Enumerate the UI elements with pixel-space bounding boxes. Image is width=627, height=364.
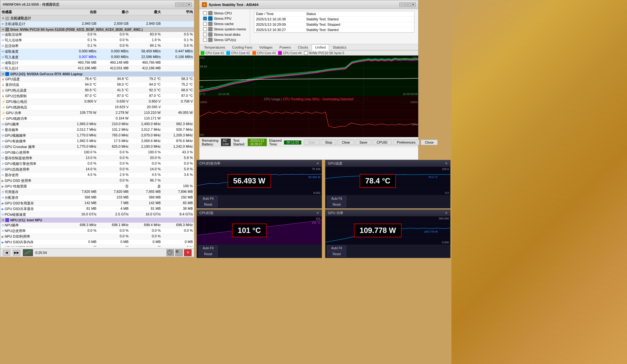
hwinfo-minimize[interactable]: ─ [175,3,180,7]
widget-gpu-temp-close[interactable]: ✕ [445,161,448,166]
row-avg: 0 MB [161,240,193,245]
legend-core2[interactable]: CPU Core #2 [226,51,250,55]
stress-cache-checkbox[interactable] [203,22,207,26]
chart-y-88: 88.88 [200,65,207,68]
legend-core1[interactable]: CPU Core #1 [201,51,224,55]
row-min: 0.0 % [97,32,129,37]
row-min: 0.0 % [97,229,129,233]
row-name: ⟳ 可用显存 [2,190,64,194]
stop-button[interactable]: Stop [321,140,336,145]
stress-sysmem-checkbox[interactable] [203,27,207,31]
row-name: ⟳ 显存控制器使用率 [2,156,64,161]
settings-icon[interactable]: ⚙ [175,249,183,256]
stress-cache-item[interactable]: Stress cache [203,22,246,26]
legend-core4[interactable]: CPU Core #4 [278,51,301,55]
cpu-temp-autofit-btn[interactable]: Auto Fit [199,245,218,251]
stress-fpu-icon [208,16,213,21]
legend-core2-check[interactable] [226,51,230,55]
table-body[interactable]: ▼ 主机读取总计 ⟳ 主机读取总计 2,940 GB 2,939 GB 2,94… [0,15,194,247]
table-row: ⟳ 总活动率 0.1 % 0.0 % 84.1 % 0.6 % [0,43,194,49]
row-name: ⟳ 分配显存 [2,195,64,200]
stress-cpu-checkbox[interactable] [203,11,207,15]
stress-disk-checkbox[interactable] [203,33,207,36]
cpu-power-current-line: 56.493 W [308,176,320,179]
chart-y-max: 101 [200,56,205,59]
legend-nvme[interactable]: NVMe PVC10 SK hynix 5 [304,51,344,55]
row-name: ⟳ 显存频率 [2,128,64,132]
section-npu[interactable]: ▼ NPU [#1]: Intel NPU [0,218,194,223]
cpu-power-reset-btn[interactable]: Reset [199,202,218,207]
stress-gpu-checkbox[interactable] [203,38,207,42]
stress-fpu-item[interactable]: Stress FPU [203,16,246,21]
wood-grain [451,0,627,364]
row-name: ⚡ GPU线路电压 [2,105,64,110]
tab-voltages[interactable]: Voltages [256,44,276,50]
row-min: 233 MB [97,195,129,200]
tab-clocks[interactable]: Clocks [294,44,312,50]
table-row: ⚡ GPU线路电压 19.829 V 20.595 V [0,105,194,110]
throttle-icon: 🌡 [2,94,5,98]
log-status-1: Stability Test: Started [306,17,412,21]
row-name: 🌡 GPU热点温度 [2,88,64,93]
cpu-power-autofit-btn[interactable]: Auto Fit [199,196,218,201]
widget-cpu-temp-close[interactable]: ✕ [316,211,319,215]
legend-core3[interactable]: CPU Core #3 [252,51,276,55]
hwinfo-maximize[interactable]: □ [181,3,186,7]
npuuse-icon: ⟳ [2,229,4,233]
cpuid-button[interactable]: CPUID [373,140,392,145]
gpu-temp-autofit-btn[interactable]: Auto Fit [327,196,346,201]
aida-maximize[interactable]: □ [405,3,410,7]
tab-powers[interactable]: Powers [276,44,294,50]
row-name: ⟳ GPU视频频率 [2,133,64,138]
table-row: ⟳ 可用显存 7,820 MB 7,820 MB 7,955 MB 7,896 … [0,189,194,195]
widget-gpu-power-close[interactable]: ✕ [445,211,448,215]
gpu-temp-reset-btn[interactable]: Reset [327,202,346,207]
aida-minimize[interactable]: ─ [399,3,404,7]
stress-disk-item[interactable]: Stress local disks [203,32,246,37]
tab-cooling-fans[interactable]: Cooling Fans [229,44,256,50]
start-button[interactable]: Start [304,140,319,145]
row-current [64,178,97,183]
section-host-read[interactable]: ▼ 主机读取总计 [0,15,194,21]
row-min: 7,820 MB [97,190,129,194]
row-avg: 929.7 MHz [161,128,193,132]
stress-fpu-checkbox[interactable] [203,17,207,20]
prev-icon[interactable]: ◀ [3,250,10,256]
stress-gpu-item[interactable]: Stress GPU(s) [203,38,246,42]
crossbar-icon: ⟳ [2,145,4,149]
cpu-temp-reset-btn[interactable]: Reset [199,251,218,257]
table-row: ⟳ GPU频率 1,965.0 MHz 210.0 MHz 2,400.0 MH… [0,122,194,127]
efffreq-icon: ⟳ [2,140,4,143]
stress-sysmem-item[interactable]: Stress system memo [203,27,246,31]
legend-nvme-check[interactable] [304,51,308,55]
save-button[interactable]: Save [356,140,371,145]
section-gpu[interactable]: ▼ GPU [#2]: NVIDIA GeForce RTX 4060 Lapt… [0,71,194,76]
stress-cpu-item[interactable]: Stress CPU [203,11,246,15]
table-row: ⟳ 主机读取总计 2,940 GB 2,939 GB 2,940 GB [0,21,194,27]
gpu-power-autofit-btn[interactable]: Auto Fit [327,245,346,251]
row-avg: 0 % [161,245,193,247]
close-button[interactable]: Close [421,140,438,145]
stress-disk-label: Stress local disks [214,33,240,36]
row-avg: 982.3 MHz [161,122,193,127]
widget-cpu-power-close[interactable]: ✕ [316,161,319,166]
legend-core4-check[interactable] [278,51,282,55]
row-name: ⟳ GPU总线使用率 [2,167,64,172]
tab-statistics[interactable]: Statistics [329,44,350,50]
hwinfo-close[interactable]: ✕ [187,3,192,7]
next-icon[interactable]: ▶▶ [13,250,20,256]
stop-icon[interactable]: ✕ [184,249,192,256]
tab-unified[interactable]: Unified [312,44,329,50]
widget-gpu-temp-title: GPU温度 [328,161,342,166]
aida-close[interactable]: ✕ [411,3,416,7]
section-nvme[interactable]: ▼ Drive: NVMe PVC10 SK hynix 512GB (FD5B… [0,27,194,32]
preferences-button[interactable]: Preferences [393,140,419,145]
tab-temperatures[interactable]: Temperatures [201,44,229,50]
legend-core1-check[interactable] [201,51,204,55]
legend-core3-check[interactable] [252,51,256,55]
gpu-power-reset-btn[interactable]: Reset [327,251,346,257]
row-name: ⟳ GPU频率 [2,122,64,127]
clear-button[interactable]: Clear [338,140,354,145]
table-row: ⟳ GPU Crossbar 频率 1,770.0 MHz 825.0 MHz … [0,144,194,150]
d3dvram-icon: ▶ [2,202,4,205]
